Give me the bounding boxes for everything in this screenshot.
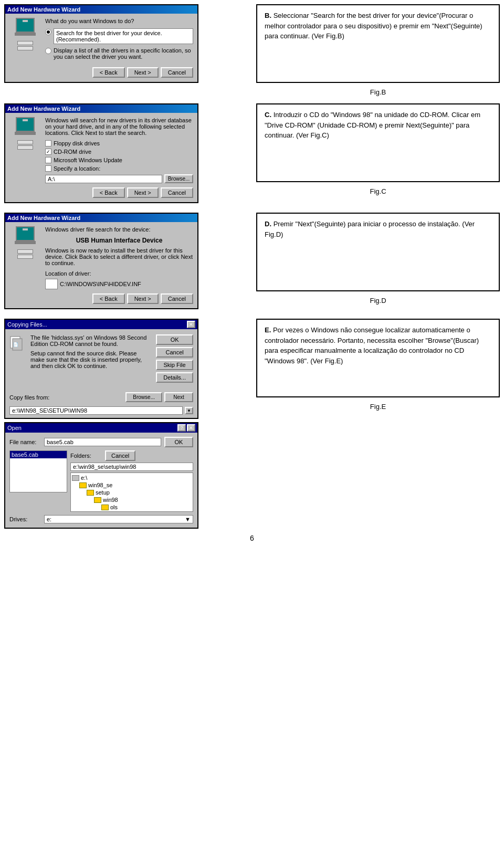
drives-dropdown-arrow: ▼ <box>185 516 191 522</box>
copy-message: The file 'hidclass.sys' on Windows 98 Se… <box>30 334 152 383</box>
disk-icons-c <box>17 140 33 150</box>
dialog-c-body: Windows will search for new drivers in i… <box>5 113 197 202</box>
open-title: Open <box>7 425 22 431</box>
cancel-btn-b[interactable]: Cancel <box>161 67 193 78</box>
folder-ols-label: ols <box>110 504 118 510</box>
folder-icon-win98se <box>79 482 87 488</box>
drives-select[interactable]: e: ▼ <box>44 515 193 523</box>
location-label-d: Location of driver: <box>45 270 91 277</box>
open-dialog: Open ? ✕ File name: OK base5.cab <box>4 422 198 529</box>
copy-from-value-container: e:\WIN98_SE\SETUP\WIN98 ▼ <box>9 406 193 415</box>
chk-c-2[interactable] <box>45 149 51 155</box>
chk-c-3[interactable] <box>45 157 51 163</box>
text-b: B. Seleccionar "Search for the best driv… <box>252 0 504 99</box>
disk-c-1 <box>17 140 33 144</box>
open-filename-row: File name: OK <box>9 437 193 447</box>
copy-cancel-btn[interactable]: Cancel <box>156 347 193 358</box>
screenshot-c: Add New Hardware Wizard <box>0 99 252 208</box>
dialog-d: Add New Hardware Wizard <box>4 213 198 309</box>
folder-e-label: e:\ <box>81 475 87 481</box>
file-item-base5[interactable]: base5.cab <box>10 451 67 458</box>
folder-icon-tour <box>101 512 109 512</box>
text-e: E. Por vezes o Windows não consegue loca… <box>252 314 504 529</box>
open-filename-label: File name: <box>9 439 41 445</box>
copy-sub-message: Setup cannot find the source disk. Pleas… <box>30 350 152 369</box>
page-container: Add New Hardware Wizard <box>0 0 504 548</box>
device-name-d: USB Human Interface Device <box>45 237 193 244</box>
fig-d-label: Fig.D <box>256 297 500 304</box>
option-b-2-label: Display a list of all the drivers in a s… <box>54 47 193 60</box>
copy-browse-btn[interactable]: Browse... <box>125 392 162 402</box>
copying-close-btn[interactable]: ✕ <box>187 321 195 328</box>
chk-c-1-label: Floppy disk drives <box>54 140 100 146</box>
cancel-btn-d[interactable]: Cancel <box>161 293 193 304</box>
next-btn-d[interactable]: Next > <box>127 293 159 304</box>
open-help-btn[interactable]: ? <box>177 424 186 432</box>
browse-btn-c[interactable]: Browse... <box>164 174 193 183</box>
copy-buttons: OK Cancel Skip File Details... <box>156 334 193 383</box>
disk-c-2 <box>17 145 33 150</box>
drives-value: e: <box>47 516 51 522</box>
computer-icon-c <box>12 117 38 138</box>
base-c <box>15 132 36 135</box>
computer-icon-d <box>12 226 38 247</box>
radio-b-1[interactable] <box>45 29 51 35</box>
copy-details-btn[interactable]: Details... <box>156 372 193 383</box>
folder-item-win98[interactable]: win98 <box>72 496 192 503</box>
location-row-c: Browse... <box>45 174 193 183</box>
dialog-b-question: What do you want Windows to do? <box>45 18 193 24</box>
drive-icon-e <box>72 475 79 481</box>
folder-item-ols[interactable]: ols <box>72 503 192 511</box>
back-btn-c[interactable]: < Back <box>92 187 125 198</box>
copy-from-dropdown[interactable]: ▼ <box>185 407 193 414</box>
dialog-d-body: Windows driver file search for the devic… <box>5 222 197 308</box>
location-d: Location of driver: <box>45 270 193 277</box>
folder-item-win98se[interactable]: win98_se <box>72 481 192 489</box>
open-panels: base5.cab Folders: Cancel e:\win98_se\se… <box>9 450 193 512</box>
disk-b-2 <box>17 46 33 50</box>
back-btn-d[interactable]: < Back <box>92 293 125 304</box>
dialog-d-inner: Windows driver file search for the devic… <box>9 226 193 289</box>
screenshot-b: Add New Hardware Wizard <box>0 0 252 99</box>
open-filename-input[interactable] <box>44 438 161 446</box>
dialog-c-inner: Windows will search for new drivers in i… <box>9 117 193 183</box>
folder-icon-ols <box>101 505 109 510</box>
copy-message-text: The file 'hidclass.sys' on Windows 98 Se… <box>30 334 152 347</box>
chk-c-4[interactable] <box>45 165 51 172</box>
open-body: File name: OK base5.cab Folders: Cancel … <box>5 433 197 528</box>
folder-item-tour[interactable]: tour <box>72 511 192 512</box>
titlebar-c: Add New Hardware Wizard <box>5 104 197 113</box>
folder-item-e[interactable]: e:\ <box>72 474 192 481</box>
drives-label: Drives: <box>9 516 41 522</box>
next-btn-b[interactable]: Next > <box>127 67 159 78</box>
copy-skip-btn[interactable]: Skip File <box>156 360 193 370</box>
location-input-c[interactable] <box>45 175 162 183</box>
cancel-btn-c[interactable]: Cancel <box>161 187 193 198</box>
dialog-b: Add New Hardware Wizard <box>4 4 198 83</box>
back-btn-b[interactable]: < Back <box>92 67 125 78</box>
folder-win98-label: win98 <box>103 497 118 503</box>
titlebar-c-text: Add New Hardware Wizard <box>7 106 80 112</box>
base-d <box>15 241 36 244</box>
open-ok-btn[interactable]: OK <box>164 437 193 447</box>
copy-from-value[interactable]: e:\WIN98_SE\SETUP\WIN98 <box>9 406 183 415</box>
folder-win98se-label: win98_se <box>88 482 112 488</box>
folder-item-setup[interactable]: setup <box>72 489 192 496</box>
copy-next-btn[interactable]: Next <box>164 392 193 402</box>
titlebar-b-text: Add New Hardware Wizard <box>7 6 80 13</box>
disk-icons-b <box>17 41 33 50</box>
radio-b-2[interactable] <box>45 48 51 54</box>
chk-c-3-label: Microsoft Windows Update <box>54 157 122 163</box>
next-btn-c[interactable]: Next > <box>127 187 159 198</box>
checkbox-c-3: Microsoft Windows Update <box>45 157 193 163</box>
checkbox-c-4: Specify a location: <box>45 165 193 172</box>
folder-icon-setup <box>87 490 94 496</box>
text-d: D. Premir "Next"(Seguinte) para iniciar … <box>252 208 504 314</box>
copy-icon: 📄 <box>9 334 26 351</box>
copy-ok-btn[interactable]: OK <box>156 334 193 345</box>
copy-from-label: Copy files from: <box>9 394 49 401</box>
dialog-d-search-text: Windows driver file search for the devic… <box>45 226 193 233</box>
open-cancel-btn[interactable]: Cancel <box>105 450 135 461</box>
open-close-btn[interactable]: ✕ <box>187 424 195 432</box>
chk-c-1[interactable] <box>45 140 51 146</box>
